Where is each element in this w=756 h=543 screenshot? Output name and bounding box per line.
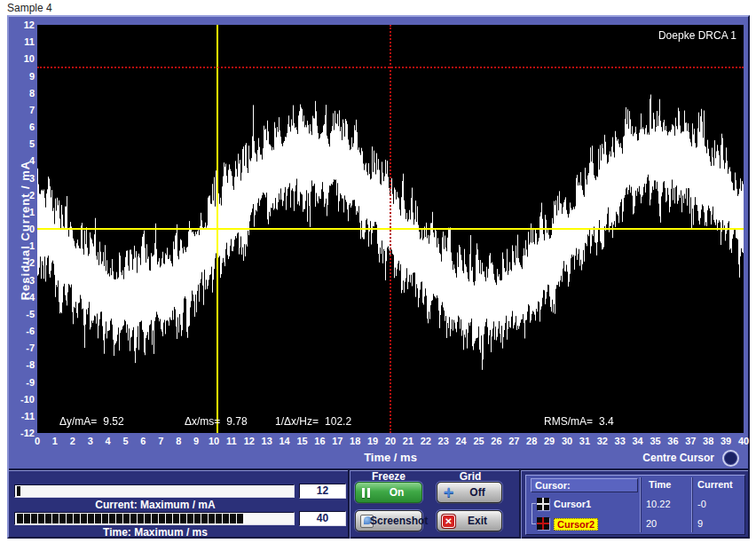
device-label: Doepke DRCA 1 — [658, 29, 736, 42]
cursor-table-section: Cursor: Time Current Cursor1 10.22 -0 — [519, 470, 748, 539]
plus-icon: + — [442, 486, 455, 500]
x-tick-label: 24 — [452, 436, 471, 447]
x-tick-label: 15 — [293, 436, 312, 447]
y-tick-label: -3 — [9, 275, 35, 286]
slider-fill-segment — [138, 514, 144, 523]
waveform-plot[interactable]: Doepke DRCA 1 Δy/mA=9.52 Δx/ms=9.78 1/Δx… — [37, 25, 744, 433]
x-tick-label: 29 — [539, 436, 559, 447]
y-tick-label: 5 — [9, 138, 35, 149]
cursor1-row[interactable]: Cursor1 10.22 -0 — [528, 496, 744, 514]
time-maximum-slider[interactable] — [14, 512, 295, 525]
cursor2-row[interactable]: Cursor2 20 9 — [528, 515, 744, 533]
x-tick-label: 30 — [557, 436, 577, 447]
slider-fill-segment — [102, 514, 108, 523]
x-tick-label: 40 — [734, 436, 753, 447]
slider-fill-segment — [166, 514, 172, 523]
y-tick-label: 2 — [9, 190, 35, 201]
x-tick-label: 21 — [398, 436, 418, 447]
slider-fill-segment — [24, 514, 30, 523]
slider-fill-segment — [159, 514, 165, 523]
slider-fill-segment — [173, 514, 179, 523]
x-tick-label: 2 — [63, 436, 83, 447]
y-tick-label: 11 — [9, 36, 35, 47]
x-tick-label: 25 — [469, 436, 489, 447]
x-tick-label: 32 — [593, 436, 612, 447]
grid-off-button[interactable]: + Off — [437, 482, 502, 503]
freeze-button-label: On — [375, 486, 418, 499]
x-tick-label: 1 — [45, 436, 65, 447]
slider-thumb[interactable] — [17, 486, 20, 496]
y-tick-label: 8 — [9, 88, 35, 98]
current-column-header: Current — [697, 479, 733, 490]
x-tick-label: 4 — [98, 436, 118, 447]
current-maximum-label: Current: Maximum / mA — [9, 499, 302, 511]
cursor1-time: 10.22 — [646, 499, 671, 509]
centre-cursor-row: Centre Cursor — [506, 450, 741, 469]
slider-fill-segment — [88, 514, 94, 523]
cursor-table-header: Cursor: — [531, 478, 638, 492]
x-tick-label: 8 — [169, 436, 188, 447]
x-tick-label: 27 — [504, 436, 524, 447]
x-tick-label: 36 — [663, 436, 682, 447]
current-maximum-slider[interactable] — [14, 484, 295, 498]
y-tick-label: 12 — [9, 20, 35, 30]
y-tick-label: 7 — [9, 105, 35, 115]
readout-delta-y: Δy/mA=9.52 — [59, 415, 124, 428]
screenshot-button-label: Screenshot — [370, 515, 418, 527]
main-panel: Residual Current / mA 1211109876543210-1… — [7, 15, 750, 539]
slider-fill-segment — [209, 514, 215, 523]
freeze-on-button[interactable]: On — [355, 482, 422, 503]
cursor2-name[interactable]: Cursor2 — [554, 518, 598, 531]
y-tick-label: 9 — [9, 71, 35, 82]
x-tick-label: 18 — [345, 436, 365, 447]
x-tick-label: 20 — [381, 436, 400, 447]
x-tick-label: 34 — [628, 436, 648, 447]
slider-fill-segment — [180, 514, 186, 523]
slider-fill-segment — [81, 514, 87, 523]
centre-cursor-button[interactable] — [722, 450, 739, 467]
x-tick-label: 31 — [575, 436, 595, 447]
slider-fill-segment — [223, 514, 229, 523]
slider-fill-segment — [123, 514, 130, 523]
current-maximum-value[interactable]: 12 — [299, 484, 346, 499]
y-tick-label: -7 — [9, 342, 35, 353]
y-tick-label: -10 — [9, 394, 35, 405]
y-tick-label: 4 — [9, 155, 35, 166]
cursor2-current: 9 — [697, 518, 703, 529]
slider-fill-segment — [116, 514, 122, 523]
time-column-header: Time — [649, 479, 671, 490]
y-tick-label: 3 — [9, 173, 35, 184]
cursor2-hline[interactable] — [37, 67, 744, 68]
slider-fill-segment — [230, 514, 236, 523]
x-tick-label: 3 — [81, 436, 100, 447]
x-tick-label: 38 — [698, 436, 718, 447]
x-tick-label: 13 — [257, 436, 277, 447]
x-tick-label: 5 — [116, 436, 136, 447]
freeze-group-label: Freeze — [355, 470, 422, 483]
x-tick-label: 0 — [28, 436, 47, 447]
slider-fill-segment — [74, 514, 80, 523]
exit-button[interactable]: Exit — [437, 510, 502, 531]
slider-fill-segment — [194, 514, 201, 523]
y-tick-label: -9 — [9, 377, 35, 388]
cursor2-vline[interactable] — [390, 25, 391, 433]
cursor-table: Cursor: Time Current Cursor1 10.22 -0 — [525, 475, 745, 535]
y-tick-label: -8 — [9, 359, 35, 370]
slider-fill-segment — [67, 514, 73, 523]
screenshot-button[interactable]: Screenshot — [355, 510, 422, 531]
x-tick-label: 14 — [275, 436, 295, 447]
readout-rms: RMS/mA=3.4 — [544, 415, 614, 428]
slider-fill-segment — [237, 514, 243, 523]
grid-group-label: Grid — [437, 470, 504, 483]
y-tick-label: -6 — [9, 326, 35, 336]
time-maximum-value[interactable]: 40 — [299, 511, 346, 526]
x-tick-label: 37 — [681, 436, 700, 447]
y-tick-label: -11 — [9, 411, 35, 421]
x-axis-title: Time / ms — [302, 451, 479, 464]
cursor1-name[interactable]: Cursor1 — [554, 499, 591, 509]
readout-frequency: 1/Δx/Hz=102.2 — [275, 415, 351, 428]
cursor2-time: 20 — [646, 518, 657, 529]
grid-button-label: Off — [457, 486, 498, 499]
pause-icon — [360, 486, 374, 500]
x-tick-label: 33 — [610, 436, 630, 447]
